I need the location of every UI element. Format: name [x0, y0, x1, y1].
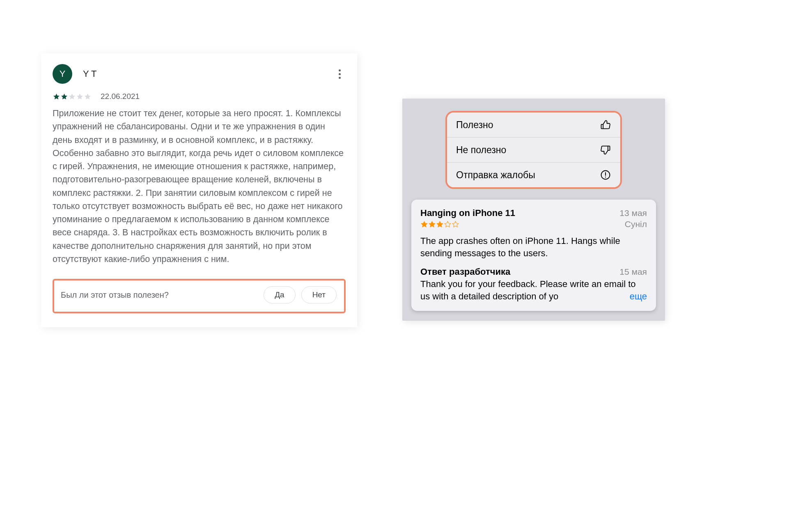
- no-button[interactable]: Нет: [301, 286, 337, 303]
- ios-review-card[interactable]: Hanging on iPhone 11 13 мая Суніл The ap…: [411, 200, 656, 311]
- report-icon: [600, 169, 611, 181]
- ios-panel: Полезно Не полезно Отпра: [402, 99, 665, 321]
- star-icon: [60, 93, 68, 101]
- menu-item-report[interactable]: Отправка жалобы: [447, 163, 620, 187]
- star-rating: [420, 221, 459, 228]
- star-icon: [452, 221, 459, 228]
- rating-row: 22.06.2021: [53, 92, 346, 101]
- review-meta-row: Суніл: [420, 219, 647, 229]
- star-icon: [68, 93, 76, 101]
- review-body: Приложение не стоит тех денег, которые з…: [53, 107, 346, 266]
- developer-response-title: Ответ разработчика: [420, 267, 510, 277]
- developer-response-body: Thank you for your feedback. Please writ…: [420, 278, 647, 302]
- developer-response-text: Thank you for your feedback. Please writ…: [420, 279, 636, 301]
- review-author: Суніл: [625, 219, 647, 229]
- review-body: The app crashes often on iPhone 11. Hang…: [420, 235, 647, 259]
- useful-question-label: Был ли этот отзыв полезен?: [61, 290, 258, 300]
- star-icon: [436, 221, 444, 228]
- menu-item-label: Полезно: [456, 120, 493, 131]
- star-icon: [444, 221, 452, 228]
- developer-response-header: Ответ разработчика 15 мая: [420, 267, 647, 277]
- star-icon: [420, 221, 428, 228]
- ios-context-menu-highlight: Полезно Не полезно Отпра: [445, 111, 622, 189]
- avatar: Y: [53, 64, 72, 84]
- review-date: 13 мая: [619, 208, 647, 218]
- star-rating: [53, 93, 92, 101]
- thumbs-down-icon: [600, 144, 611, 156]
- review-title: Hanging on iPhone 11: [420, 208, 515, 218]
- yes-button[interactable]: Да: [264, 286, 295, 303]
- review-date: 22.06.2021: [101, 92, 140, 101]
- svg-point-2: [605, 177, 606, 177]
- more-link[interactable]: еще: [618, 290, 647, 303]
- thumbs-up-icon: [600, 119, 611, 131]
- review-title-row: Hanging on iPhone 11 13 мая: [420, 208, 647, 218]
- star-icon: [53, 93, 60, 101]
- kebab-menu-icon[interactable]: [333, 68, 346, 80]
- developer-response-date: 15 мая: [619, 267, 647, 277]
- menu-item-not-helpful[interactable]: Не полезно: [447, 138, 620, 163]
- reviewer-name: Y T: [83, 69, 96, 79]
- useful-prompt-highlight: Был ли этот отзыв полезен? Да Нет: [53, 279, 346, 313]
- avatar-initial: Y: [60, 69, 66, 79]
- star-icon: [76, 93, 84, 101]
- menu-item-helpful[interactable]: Полезно: [447, 113, 620, 138]
- review-header: Y Y T: [53, 64, 346, 84]
- google-play-review-card: Y Y T 22.06.2021 Приложение не стоит тех…: [41, 53, 357, 327]
- menu-item-label: Не полезно: [456, 145, 506, 156]
- star-icon: [84, 93, 92, 101]
- menu-item-label: Отправка жалобы: [456, 170, 535, 181]
- star-icon: [428, 221, 436, 228]
